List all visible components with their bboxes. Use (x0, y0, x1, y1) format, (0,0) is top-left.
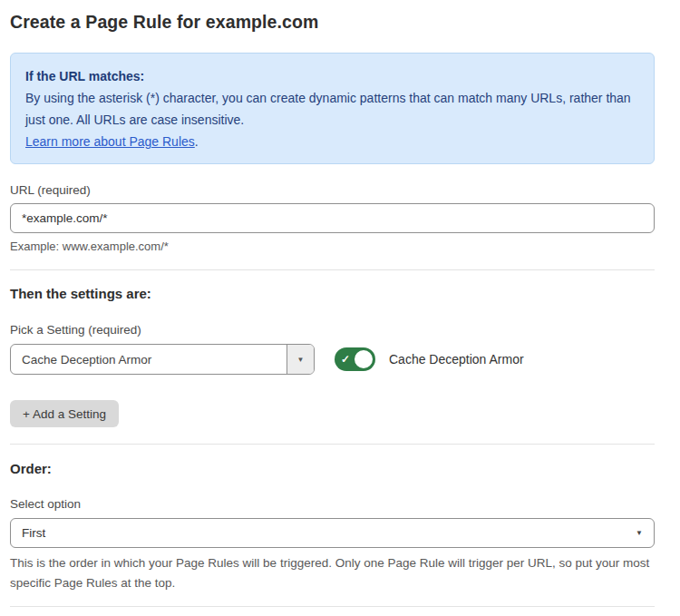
divider (10, 444, 655, 445)
pick-setting-label: Pick a Setting (required) (10, 323, 655, 337)
link-suffix: . (195, 134, 199, 149)
url-input[interactable] (10, 203, 655, 233)
page-title: Create a Page Rule for example.com (10, 12, 655, 33)
setting-toggle[interactable]: ✓ (335, 347, 375, 371)
setting-select-value: Cache Deception Armor (11, 345, 287, 374)
order-select-value: First (22, 526, 636, 540)
info-box-heading: If the URL matches: (25, 65, 639, 87)
divider (10, 606, 655, 607)
order-select[interactable]: First ▼ (10, 518, 655, 548)
learn-more-link[interactable]: Learn more about Page Rules (25, 134, 195, 149)
url-field-label: URL (required) (10, 183, 655, 197)
add-setting-button[interactable]: + Add a Setting (10, 400, 119, 427)
setting-toggle-label: Cache Deception Armor (389, 352, 524, 367)
url-match-info-box: If the URL matches: By using the asteris… (10, 53, 655, 164)
order-helper-text: This is the order in which your Page Rul… (10, 553, 655, 592)
setting-row: Cache Deception Armor ▼ ✓ Cache Deceptio… (10, 344, 655, 375)
check-icon: ✓ (341, 353, 350, 366)
chevron-down-icon: ▼ (636, 529, 643, 537)
url-example-helper: Example: www.example.com/* (10, 240, 655, 253)
create-page-rule-panel: Create a Page Rule for example.com If th… (0, 0, 680, 616)
setting-select[interactable]: Cache Deception Armor ▼ (10, 344, 315, 375)
settings-section-heading: Then the settings are: (10, 286, 655, 301)
chevron-down-icon[interactable]: ▼ (287, 345, 314, 374)
divider (10, 269, 655, 270)
info-box-body-text: By using the asterisk (*) character, you… (25, 91, 631, 127)
order-select-label: Select option (10, 497, 655, 511)
info-box-body: By using the asterisk (*) character, you… (25, 87, 639, 152)
order-section-heading: Order: (10, 461, 655, 476)
toggle-knob (353, 348, 374, 370)
